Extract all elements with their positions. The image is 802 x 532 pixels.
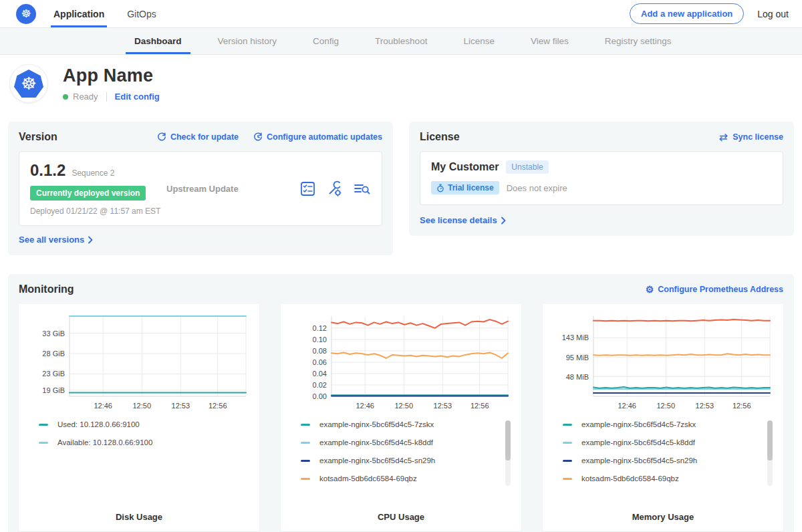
edit-config-link[interactable]: Edit config: [115, 92, 160, 102]
deployed-badge: Currently deployed version: [30, 186, 146, 201]
see-all-versions-link[interactable]: See all versions: [19, 235, 382, 245]
legend-swatch: [301, 424, 310, 426]
channel-badge: Unstable: [506, 160, 548, 174]
legend-item: example-nginx-5bc6f5d4c5-sn29h: [301, 456, 513, 464]
disk-usage-chart: 19 GiB23 GiB28 GiB33 GiB12:4612:5012:531…: [27, 312, 251, 412]
cpu-usage-chart: 0.000.020.040.060.080.100.1212:4612:5012…: [289, 312, 513, 412]
legend-label: example-nginx-5bc6f5d4c5-7zskx: [581, 420, 696, 428]
svg-text:12:53: 12:53: [696, 402, 714, 410]
svg-text:0.00: 0.00: [313, 392, 327, 400]
chart-legend: Used: 10.128.0.66:9100Available: 10.128.…: [39, 420, 251, 512]
chart-legend: example-nginx-5bc6f5d4c5-7zskxexample-ng…: [563, 420, 775, 512]
tab-label: Registry settings: [605, 36, 672, 46]
svg-text:33 GiB: 33 GiB: [42, 329, 65, 338]
svg-text:0.06: 0.06: [313, 358, 327, 366]
deploy-logs-icon[interactable]: [353, 180, 371, 197]
brand-logo[interactable]: ☸: [16, 0, 36, 27]
license-card-title: License: [420, 131, 460, 143]
cpu-usage-chart-card: 0.000.020.040.060.080.100.1212:4612:5012…: [281, 304, 521, 531]
svg-text:12:56: 12:56: [732, 402, 751, 410]
svg-text:0.04: 0.04: [313, 370, 327, 378]
license-summary-row: My Customer Unstable Trial license Does …: [420, 151, 783, 205]
current-version-row: 0.1.2 Sequence 2 Currently deployed vers…: [19, 151, 382, 226]
see-license-details-link[interactable]: See license details: [420, 215, 783, 225]
preflight-checks-icon[interactable]: [299, 180, 316, 197]
link-label: Configure Prometheus Address: [658, 285, 783, 294]
sync-arrows-icon: [718, 133, 728, 142]
tab-version-history[interactable]: Version history: [200, 28, 295, 54]
svg-text:28 GiB: 28 GiB: [42, 350, 65, 358]
add-new-application-button[interactable]: Add a new application: [630, 3, 744, 24]
legend-label: example-nginx-5bc6f5d4c5-sn29h: [319, 456, 435, 464]
customer-name: My Customer: [431, 161, 499, 173]
legend-item: kotsadm-5db6dc6584-69qbz: [563, 475, 775, 483]
sync-license-link[interactable]: Sync license: [718, 132, 783, 142]
tab-dashboard[interactable]: Dashboard: [116, 28, 200, 54]
tab-registry-settings[interactable]: Registry settings: [587, 28, 690, 54]
check-for-update-link[interactable]: Check for update: [157, 132, 239, 142]
app-header: ☸ App Name Ready Edit config: [0, 55, 802, 114]
legend-label: kotsadm-5db6dc6584-69qbz: [319, 475, 417, 483]
legend-item: example-nginx-5bc6f5d4c5-7zskx: [563, 420, 775, 428]
top-nav: ☸ Application GitOps Add a new applicati…: [0, 0, 802, 28]
configure-automatic-updates-link[interactable]: Configure automatic updates: [253, 132, 382, 142]
link-label: Sync license: [732, 132, 783, 142]
svg-text:19 GiB: 19 GiB: [42, 386, 65, 394]
status-dot: [63, 94, 68, 100]
version-card: Version Check for update Configure: [8, 122, 393, 255]
legend-item: Available: 10.128.0.66:9100: [39, 438, 251, 446]
release-type-label: Upstream Update: [166, 184, 299, 194]
legend-scrollbar[interactable]: [767, 420, 773, 486]
license-card: License Sync license My Customer Unstabl…: [409, 122, 794, 236]
svg-text:0.02: 0.02: [313, 381, 327, 389]
svg-text:23 GiB: 23 GiB: [42, 370, 65, 378]
config-wrench-icon[interactable]: [326, 180, 343, 197]
link-label: See all versions: [19, 235, 84, 245]
app-tabs-bar: Dashboard Version history Config Trouble…: [0, 28, 802, 55]
deployed-timestamp: Deployed 01/21/22 @ 11:57 am EST: [30, 207, 166, 216]
status-label: Ready: [73, 92, 98, 102]
tab-config[interactable]: Config: [295, 28, 357, 54]
tab-troubleshoot[interactable]: Troubleshoot: [357, 28, 445, 54]
legend-swatch: [563, 424, 572, 426]
gear-icon: ⚙: [646, 285, 654, 294]
legend-swatch: [563, 442, 572, 444]
kubernetes-logo-icon: ☸: [16, 4, 36, 24]
tab-view-files[interactable]: View files: [513, 28, 587, 54]
expiry-label: Does not expire: [507, 183, 567, 193]
tab-license[interactable]: License: [445, 28, 513, 54]
svg-text:95 MiB: 95 MiB: [566, 354, 589, 362]
legend-scrollbar-thumb[interactable]: [767, 420, 773, 460]
legend-item: Used: 10.128.0.66:9100: [39, 420, 251, 428]
legend-swatch: [301, 460, 310, 462]
svg-text:12:50: 12:50: [656, 402, 675, 410]
legend-swatch: [39, 424, 48, 426]
svg-text:143 MiB: 143 MiB: [562, 334, 589, 342]
legend-scrollbar-thumb[interactable]: [505, 420, 511, 460]
nav-item-label: GitOps: [127, 9, 156, 19]
chart-title: Memory Usage: [551, 512, 775, 522]
nav-item-application[interactable]: Application: [51, 0, 107, 27]
monitoring-title: Monitoring: [19, 283, 74, 295]
legend-label: example-nginx-5bc6f5d4c5-7zskx: [319, 420, 434, 428]
legend-item: example-nginx-5bc6f5d4c5-sn29h: [563, 456, 775, 464]
configure-prometheus-link[interactable]: ⚙ Configure Prometheus Address: [646, 285, 783, 294]
legend-label: example-nginx-5bc6f5d4c5-k8ddf: [319, 438, 433, 446]
sequence-label: Sequence 2: [72, 168, 114, 178]
svg-text:48 MiB: 48 MiB: [566, 373, 589, 381]
logout-button[interactable]: Log out: [757, 9, 789, 19]
nav-item-gitops[interactable]: GitOps: [124, 0, 159, 27]
svg-text:12:56: 12:56: [209, 402, 227, 410]
tab-label: Troubleshoot: [375, 36, 427, 46]
chevron-right-icon: [88, 236, 93, 244]
nav-item-label: Application: [53, 9, 104, 19]
svg-text:12:50: 12:50: [394, 402, 413, 410]
tab-label: License: [463, 36, 495, 46]
clock-refresh-icon: [253, 132, 263, 142]
legend-scrollbar[interactable]: [505, 420, 511, 486]
nav-spacer: [176, 0, 630, 27]
link-label: See license details: [420, 215, 497, 225]
trial-license-badge: Trial license: [431, 181, 499, 194]
refresh-icon: [157, 132, 166, 142]
svg-text:12:46: 12:46: [94, 402, 112, 410]
